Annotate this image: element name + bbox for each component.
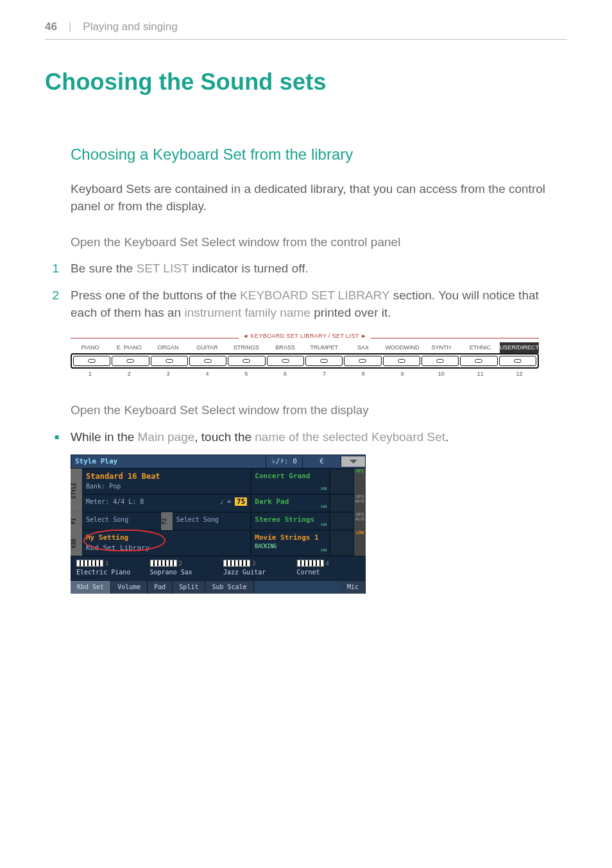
step-number: 1 — [45, 260, 59, 278]
panel-button[interactable] — [112, 356, 149, 366]
step-number: 2 — [45, 287, 59, 322]
panel-button[interactable] — [305, 356, 343, 366]
tab-sub-scale[interactable]: Sub Scale — [205, 581, 253, 594]
tab-mic[interactable]: Mic — [341, 581, 366, 594]
sound-name: Concert Grand — [255, 472, 310, 480]
play-icon: ↓⧈ — [320, 485, 327, 492]
step-text: Be sure the SET LIST indicator is turned… — [71, 260, 567, 278]
side-tab-p1[interactable]: P1 — [71, 512, 82, 530]
bullet-icon: ■ — [45, 428, 59, 446]
panel-label: PIANO — [71, 342, 110, 353]
side-tab-up3[interactable]: UP3MUTE — [354, 512, 366, 530]
style-bank: Bank: Pop — [86, 482, 247, 492]
song-select-1[interactable]: Select Song — [82, 512, 161, 530]
panel-button[interactable] — [151, 356, 188, 366]
sound-name: Dark Pad — [255, 497, 289, 506]
panel-number: 6 — [266, 369, 305, 378]
panel-button[interactable] — [228, 356, 265, 366]
tab-volume[interactable]: Volume — [111, 581, 148, 594]
panel-button[interactable] — [73, 356, 110, 366]
keyboard-icon — [223, 560, 250, 567]
keyboard-set-library-panel: KEYBOARD SET LIBRARY / SET LIST PIANO E.… — [71, 333, 539, 378]
side-tab-up1[interactable]: UP1 — [354, 469, 366, 494]
sound-thumb — [330, 494, 354, 512]
panel-number: 4 — [187, 369, 226, 378]
page-number: 46 — [45, 19, 57, 35]
panel-buttons-row — [71, 353, 539, 369]
side-tab-low[interactable]: LOW — [354, 530, 366, 556]
display-titlebar: Style Play ♭/♯: 0 € — [71, 455, 366, 469]
panel-button[interactable] — [383, 356, 420, 366]
keyboard-icon — [297, 560, 324, 567]
display-screenshot: Style Play ♭/♯: 0 € STYLE Standard 16 Be… — [71, 455, 366, 594]
sound-thumb — [330, 530, 354, 556]
panel-button[interactable] — [499, 356, 536, 366]
tab-split[interactable]: Split — [173, 581, 205, 594]
panel-number: 2 — [110, 369, 149, 378]
step-1: 1 Be sure the SET LIST indicator is turn… — [45, 260, 567, 278]
style-name: Standard 16 Beat — [86, 471, 247, 482]
keyboard-set-name-cell[interactable]: My Setting Kbd Set Library — [82, 530, 251, 556]
kbd-set-button-1[interactable]: 1 Electric Piano — [71, 556, 145, 580]
panel-number: 8 — [344, 369, 383, 378]
mode-name: Style Play — [71, 455, 266, 468]
panel-button[interactable] — [189, 356, 226, 366]
tab-kbd-set[interactable]: Kbd Set — [71, 581, 111, 594]
step-text: Press one of the buttons of the KEYBOARD… — [71, 287, 567, 322]
procedure-heading-2: Open the Keyboard Set Select window from… — [71, 401, 567, 419]
tab-gap — [254, 581, 341, 594]
panel-number: 5 — [226, 369, 266, 378]
sound-thumb — [330, 469, 354, 494]
panel-label: BRASS — [266, 342, 305, 353]
panel-label: USER/DIRECT — [500, 342, 539, 353]
kbd-set-buttons-row: 1 Electric Piano 2 Soprano Sax 3 Jazz Gu… — [71, 556, 366, 581]
bullet-item: ■ While in the Main page, touch the name… — [45, 428, 567, 446]
panel-number: 10 — [421, 369, 461, 378]
page-header: 46 | Playing and singing — [45, 19, 567, 40]
panel-label: GUITAR — [187, 342, 226, 353]
keyboard-icon — [76, 560, 103, 567]
panel-label: TRUMPET — [305, 342, 344, 353]
kbd-set-button-2[interactable]: 2 Soprano Sax — [145, 556, 219, 580]
panel-title: KEYBOARD SET LIBRARY / SET LIST — [239, 332, 371, 340]
panel-label: STRINGS — [226, 342, 266, 353]
sound-name: Stereo Strings — [255, 515, 314, 524]
panel-label: E. PIANO — [110, 342, 149, 353]
page-menu-icon[interactable] — [341, 456, 365, 467]
kbd-set-library-label: Kbd Set Library — [86, 543, 247, 553]
meter-tempo-cell[interactable]: Meter: 4/4 L: 8 ♩ = 75 — [82, 494, 251, 512]
kbd-set-button-3[interactable]: 3 Jazz Guitar — [218, 556, 292, 580]
meter-value: Meter: 4/4 L: 8 — [86, 498, 144, 505]
section-name: Playing and singing — [83, 19, 177, 35]
side-tab-style[interactable]: STYLE — [71, 469, 82, 512]
bullet-text: While in the Main page, touch the name o… — [71, 428, 448, 446]
sound-name: Movie Strings 1 — [255, 533, 318, 542]
header-separator: | — [69, 19, 71, 35]
side-tab-kbd[interactable]: KBD — [71, 530, 82, 556]
panel-number: 9 — [383, 369, 422, 378]
keyboard-icon — [150, 560, 177, 567]
page-title: Choosing the Sound sets — [45, 65, 567, 99]
sound-slot-upper3[interactable]: Stereo Strings ↓⧈ — [251, 512, 330, 530]
panel-label: WOODWIND — [383, 342, 422, 353]
sound-slot-upper1[interactable]: Concert Grand ↓⧈ — [251, 469, 330, 494]
sound-slot-upper2[interactable]: Dark Pad ↓⧈ — [251, 494, 330, 512]
panel-button[interactable] — [421, 356, 459, 366]
play-icon: ↓⧈ — [320, 521, 327, 528]
side-tab-p2[interactable]: P2 — [161, 512, 173, 530]
style-cell[interactable]: Standard 16 Beat Bank: Pop — [82, 469, 251, 494]
panel-button[interactable] — [267, 356, 304, 366]
song-select-2[interactable]: Select Song — [173, 512, 251, 530]
panel-button[interactable] — [344, 356, 381, 366]
side-tab-up2[interactable]: UP2MUTE — [354, 494, 366, 512]
tab-pad[interactable]: Pad — [148, 581, 173, 594]
kbd-set-button-4[interactable]: 4 Cornet — [292, 556, 366, 580]
bottom-tabs: Kbd Set Volume Pad Split Sub Scale Mic — [71, 581, 366, 594]
tempo-value: 75 — [235, 497, 247, 506]
key-indicator: € — [302, 455, 341, 468]
panel-button[interactable] — [460, 356, 497, 366]
sound-thumb — [330, 512, 354, 530]
sound-slot-lower[interactable]: Movie Strings 1 BACKING ↓⧈ — [251, 530, 330, 556]
panel-number: 11 — [461, 369, 500, 378]
intro-paragraph: Keyboard Sets are contained in a dedicat… — [71, 180, 567, 215]
